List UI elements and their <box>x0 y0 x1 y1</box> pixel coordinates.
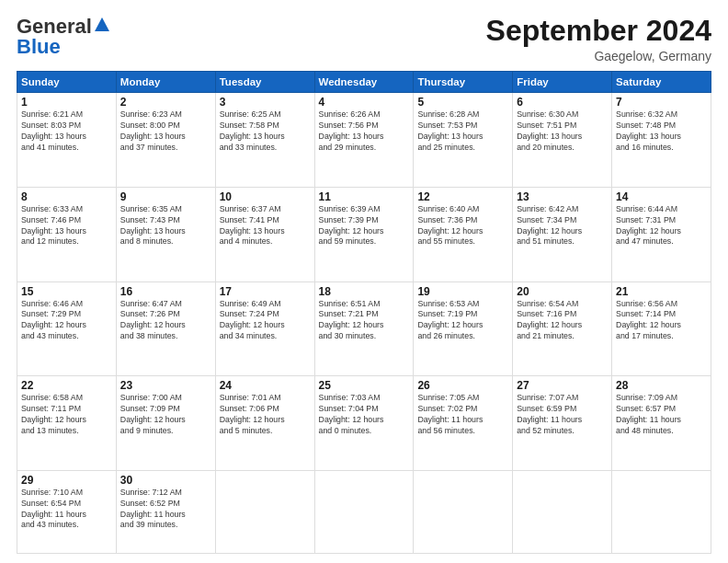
calendar-cell: 14Sunrise: 6:44 AMSunset: 7:31 PMDayligh… <box>612 187 711 282</box>
calendar-cell: 22Sunrise: 6:58 AMSunset: 7:11 PMDayligh… <box>17 376 117 471</box>
cell-info: Sunrise: 6:56 AMSunset: 7:14 PMDaylight:… <box>616 299 707 343</box>
cell-info: Sunrise: 6:42 AMSunset: 7:34 PMDaylight:… <box>517 204 608 248</box>
calendar-cell: 4Sunrise: 6:26 AMSunset: 7:56 PMDaylight… <box>314 93 414 188</box>
header: General Blue September 2024 Gaegelow, Ge… <box>17 15 711 63</box>
calendar-cell <box>612 470 711 553</box>
cell-info: Sunrise: 6:35 AMSunset: 7:43 PMDaylight:… <box>120 204 211 248</box>
calendar-cell: 30Sunrise: 7:12 AMSunset: 6:52 PMDayligh… <box>116 470 215 553</box>
calendar-cell: 5Sunrise: 6:28 AMSunset: 7:53 PMDaylight… <box>414 93 513 188</box>
logo-blue: Blue <box>17 35 61 59</box>
day-number: 7 <box>616 96 707 109</box>
cell-info: Sunrise: 6:40 AMSunset: 7:36 PMDaylight:… <box>417 204 508 248</box>
cell-info: Sunrise: 7:03 AMSunset: 7:04 PMDaylight:… <box>319 393 410 437</box>
calendar-cell: 20Sunrise: 6:54 AMSunset: 7:16 PMDayligh… <box>513 282 612 376</box>
day-number: 20 <box>517 285 608 298</box>
cell-info: Sunrise: 6:37 AMSunset: 7:41 PMDaylight:… <box>220 204 311 248</box>
calendar-cell: 24Sunrise: 7:01 AMSunset: 7:06 PMDayligh… <box>215 376 314 471</box>
svg-marker-0 <box>95 17 109 31</box>
day-number: 6 <box>517 96 608 109</box>
day-number: 18 <box>319 285 410 298</box>
day-number: 2 <box>120 96 211 109</box>
calendar-cell: 6Sunrise: 6:30 AMSunset: 7:51 PMDaylight… <box>513 93 612 188</box>
day-number: 25 <box>319 379 410 392</box>
day-number: 5 <box>417 96 508 109</box>
cell-info: Sunrise: 6:28 AMSunset: 7:53 PMDaylight:… <box>417 109 508 154</box>
cell-info: Sunrise: 6:47 AMSunset: 7:26 PMDaylight:… <box>120 299 211 343</box>
calendar-cell: 10Sunrise: 6:37 AMSunset: 7:41 PMDayligh… <box>215 187 314 282</box>
cell-info: Sunrise: 6:32 AMSunset: 7:48 PMDaylight:… <box>616 109 707 154</box>
cell-info: Sunrise: 6:30 AMSunset: 7:51 PMDaylight:… <box>517 109 608 154</box>
day-number: 21 <box>616 285 707 298</box>
col-header-tuesday: Tuesday <box>215 72 314 93</box>
col-header-wednesday: Wednesday <box>314 72 414 93</box>
logo: General Blue <box>17 15 111 59</box>
calendar-cell <box>513 470 612 553</box>
day-number: 4 <box>319 96 410 109</box>
calendar-cell: 2Sunrise: 6:23 AMSunset: 8:00 PMDaylight… <box>116 93 215 188</box>
calendar-cell: 27Sunrise: 7:07 AMSunset: 6:59 PMDayligh… <box>513 376 612 471</box>
day-number: 17 <box>220 285 311 298</box>
calendar-cell: 17Sunrise: 6:49 AMSunset: 7:24 PMDayligh… <box>215 282 314 376</box>
calendar-cell <box>414 470 513 553</box>
cell-info: Sunrise: 6:25 AMSunset: 7:58 PMDaylight:… <box>220 109 311 154</box>
day-number: 30 <box>120 474 211 487</box>
cell-info: Sunrise: 7:01 AMSunset: 7:06 PMDaylight:… <box>220 393 311 437</box>
cell-info: Sunrise: 6:39 AMSunset: 7:39 PMDaylight:… <box>319 204 410 248</box>
cell-info: Sunrise: 6:33 AMSunset: 7:46 PMDaylight:… <box>21 204 112 248</box>
calendar-week-row: 15Sunrise: 6:46 AMSunset: 7:29 PMDayligh… <box>17 282 711 376</box>
day-number: 24 <box>220 379 311 392</box>
calendar-cell: 1Sunrise: 6:21 AMSunset: 8:03 PMDaylight… <box>17 93 117 188</box>
calendar-week-row: 1Sunrise: 6:21 AMSunset: 8:03 PMDaylight… <box>17 93 711 188</box>
day-number: 26 <box>417 379 508 392</box>
location: Gaegelow, Germany <box>486 49 711 63</box>
calendar-table: SundayMondayTuesdayWednesdayThursdayFrid… <box>17 71 711 554</box>
calendar-cell: 26Sunrise: 7:05 AMSunset: 7:02 PMDayligh… <box>414 376 513 471</box>
calendar-cell <box>215 470 314 553</box>
col-header-saturday: Saturday <box>612 72 711 93</box>
calendar-cell: 23Sunrise: 7:00 AMSunset: 7:09 PMDayligh… <box>116 376 215 471</box>
day-number: 29 <box>21 474 112 487</box>
cell-info: Sunrise: 6:51 AMSunset: 7:21 PMDaylight:… <box>319 299 410 343</box>
day-number: 10 <box>220 190 311 203</box>
day-number: 12 <box>417 190 508 203</box>
cell-info: Sunrise: 6:58 AMSunset: 7:11 PMDaylight:… <box>21 393 112 437</box>
day-number: 19 <box>417 285 508 298</box>
calendar-cell: 28Sunrise: 7:09 AMSunset: 6:57 PMDayligh… <box>612 376 711 471</box>
calendar-cell: 19Sunrise: 6:53 AMSunset: 7:19 PMDayligh… <box>414 282 513 376</box>
day-number: 13 <box>517 190 608 203</box>
day-number: 14 <box>616 190 707 203</box>
title-section: September 2024 Gaegelow, Germany <box>486 15 711 63</box>
col-header-sunday: Sunday <box>17 72 117 93</box>
cell-info: Sunrise: 6:23 AMSunset: 8:00 PMDaylight:… <box>120 109 211 154</box>
day-number: 8 <box>21 190 112 203</box>
col-header-thursday: Thursday <box>414 72 513 93</box>
cell-info: Sunrise: 7:07 AMSunset: 6:59 PMDaylight:… <box>517 393 608 437</box>
calendar-cell: 25Sunrise: 7:03 AMSunset: 7:04 PMDayligh… <box>314 376 414 471</box>
day-number: 16 <box>120 285 211 298</box>
calendar-cell: 9Sunrise: 6:35 AMSunset: 7:43 PMDaylight… <box>116 187 215 282</box>
calendar-cell: 29Sunrise: 7:10 AMSunset: 6:54 PMDayligh… <box>17 470 117 553</box>
calendar-cell: 3Sunrise: 6:25 AMSunset: 7:58 PMDaylight… <box>215 93 314 188</box>
col-header-friday: Friday <box>513 72 612 93</box>
cell-info: Sunrise: 6:49 AMSunset: 7:24 PMDaylight:… <box>220 299 311 343</box>
cell-info: Sunrise: 6:53 AMSunset: 7:19 PMDaylight:… <box>417 299 508 343</box>
day-number: 28 <box>616 379 707 392</box>
logo-triangle-icon <box>94 17 110 37</box>
calendar-cell: 15Sunrise: 6:46 AMSunset: 7:29 PMDayligh… <box>17 282 117 376</box>
day-number: 9 <box>120 190 211 203</box>
calendar-cell: 16Sunrise: 6:47 AMSunset: 7:26 PMDayligh… <box>116 282 215 376</box>
col-header-monday: Monday <box>116 72 215 93</box>
cell-info: Sunrise: 6:46 AMSunset: 7:29 PMDaylight:… <box>21 299 112 343</box>
calendar-week-row: 29Sunrise: 7:10 AMSunset: 6:54 PMDayligh… <box>17 470 711 553</box>
calendar-cell: 8Sunrise: 6:33 AMSunset: 7:46 PMDaylight… <box>17 187 117 282</box>
calendar-cell <box>314 470 414 553</box>
cell-info: Sunrise: 7:09 AMSunset: 6:57 PMDaylight:… <box>616 393 707 437</box>
cell-info: Sunrise: 6:26 AMSunset: 7:56 PMDaylight:… <box>319 109 410 154</box>
cell-info: Sunrise: 7:10 AMSunset: 6:54 PMDaylight:… <box>21 488 112 532</box>
day-number: 27 <box>517 379 608 392</box>
calendar-cell: 12Sunrise: 6:40 AMSunset: 7:36 PMDayligh… <box>414 187 513 282</box>
calendar-cell: 21Sunrise: 6:56 AMSunset: 7:14 PMDayligh… <box>612 282 711 376</box>
cell-info: Sunrise: 7:12 AMSunset: 6:52 PMDaylight:… <box>120 488 211 532</box>
calendar-week-row: 8Sunrise: 6:33 AMSunset: 7:46 PMDaylight… <box>17 187 711 282</box>
day-number: 23 <box>120 379 211 392</box>
